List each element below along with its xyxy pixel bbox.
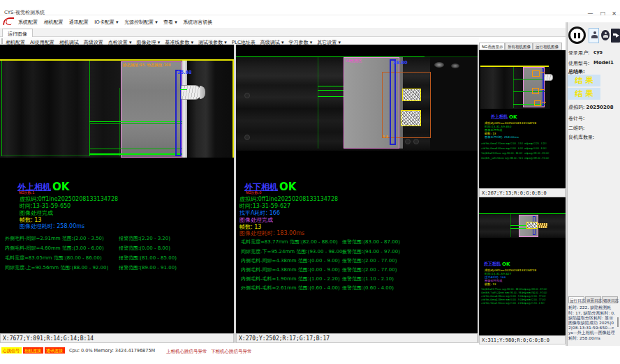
alarm-range: 报警范围:(2.00 - 77.00): [342, 266, 397, 273]
tab-detect-box: [401, 110, 421, 126]
measurement: 间隙宽度-上=90.56mm 范围:(88.00 - 92.00): [5, 264, 108, 271]
cpu-memory-text: Cpu: 0.0% Memory: 3424.41796875M: [69, 348, 155, 353]
tab-strip: [0, 28, 567, 37]
good-count-label: 良机库数量:: [568, 134, 594, 141]
menu-io-config[interactable]: IO卡配置 ▾: [94, 19, 118, 26]
mini-measurement: 间隙宽度-上=90.56mm 范围:(88.00 - 92.00): [481, 157, 523, 160]
tab-run-cameras[interactable]: 运行相机图像: [533, 43, 562, 50]
login-user-button[interactable]: [589, 28, 599, 43]
toolbar-grip: [1, 38, 3, 44]
log-scrollbar[interactable]: [617, 317, 619, 327]
measure-rect-mid: [390, 59, 396, 145]
clamp-part: [181, 85, 202, 100]
measurement: 毛料宽度=83.05mm 范围:(80.00 - 86.00): [5, 255, 102, 261]
alarm-range: 报警范围:(94.00 - 97.00): [342, 248, 400, 255]
virtual-code-label: 虚拟码: 20250208: [568, 104, 614, 111]
alarm-range: 报警范围:(83.00 - 87.00): [342, 238, 400, 245]
result-indicator-2: 结果: [568, 88, 600, 100]
menu-language[interactable]: 系统语言切换: [183, 19, 212, 26]
alarm-range: 报警范围:(2.20 - 3.20): [119, 235, 170, 242]
tab-all-cameras[interactable]: 所有相机图像: [505, 43, 533, 50]
mini-measurement: 内侧毛料-毛料=1.90mm 范围:(1.00 - 2.20): [481, 302, 523, 305]
qr-code-label: 二维码:: [568, 125, 584, 132]
roi-rect-left: [121, 61, 182, 158]
measurement: 内侧毛料-毛料=1.90mm 范围:(1.00 - 2.20): [241, 275, 340, 282]
login-user-value: cys: [593, 50, 603, 55]
measurement: 外侧毛料-毛料=2.61mm 范围:(0.60 - 4.00): [241, 285, 340, 291]
mini-measurement: 内侧毛料-间隙=4.38mm 范围:(0.00 - 9.00): [481, 298, 523, 301]
menu-view[interactable]: 查看 ▾: [163, 19, 177, 26]
mini-alarm: 报警范围:(83.00 - 87.00): [522, 288, 564, 291]
ng-note-left: NG次数:1: [19, 190, 34, 195]
alarm-range: 报警范围:(0.60 - 4.00): [342, 285, 394, 291]
mini-info-line: 图像处理耗时: 258.00ms: [485, 135, 519, 139]
mini-measurement: 内侧毛料-间隙=4.38mm 范围:(0.00 - 9.00): [481, 295, 523, 298]
app-logo-icon: [3, 17, 14, 26]
alarm-range: 报警范围:(2.00 - 77.00): [342, 257, 397, 264]
camera-connect-badge: 相机连接: [23, 347, 43, 354]
measure-rect-left: [175, 70, 182, 156]
needle-no-label: 卷针号:: [568, 115, 584, 122]
menu-comm-config[interactable]: 通讯配置: [69, 19, 89, 26]
mini-measurement: 内侧毛料-间隙=4.60mm 范围:(3.00 - 6.00): [481, 147, 523, 150]
measurement: 内侧毛料-间隙=4.38mm 范围:(0.00 - 9.00): [241, 266, 340, 273]
lower-camera-alert: 下相机心跳信号异常: [211, 348, 252, 354]
mini-alarm: 报警范围:(81.00 - 85.00): [524, 152, 566, 155]
app-window: CYS-视觉检测系统 — □ ✕ 系统配置 相机配置 通讯配置 IO卡配置 ▾ …: [0, 0, 620, 364]
measurement: 内侧毛料-间隙=4.38mm 范围:(0.00 - 9.00): [241, 257, 340, 264]
heartbeat-badge: 心跳信号: [1, 347, 22, 354]
menu-system-config[interactable]: 系统配置: [18, 19, 38, 26]
measurement: 外侧毛料-间隙=2.91mm 范围:(2.00 - 3.50): [5, 235, 104, 242]
title-bar: [0, 0, 620, 15]
camera-image-mid[interactable]: AI检测区 28.80 5.8: [236, 56, 478, 151]
pixel-status-mid: X:270;Y:2502;R:17;G:17;B:17: [236, 333, 478, 343]
model-label: 使用型号:: [568, 60, 589, 67]
measurement: 间隙宽度-下=95.24mm 范围:(93.00 - 98.00): [241, 248, 344, 255]
orange-value-mid: 5.8: [383, 135, 388, 139]
alarm-range: 报警范围:(1.10 - 2.10): [342, 275, 394, 282]
info-line: 图像处理耗时: 258.00ms: [20, 222, 84, 230]
tab-settings-log[interactable]: 设置日志: [585, 296, 601, 303]
mini-alarm: 报警范围:(94.00 - 97.00): [522, 291, 564, 294]
tab-error-log[interactable]: 错误日志: [602, 296, 618, 303]
mini-measurement: 毛料宽度=83.05mm 范围:(80.00 - 86.00): [481, 152, 523, 155]
mini-alarm: 报警范围:(2.00 - 77.00): [522, 295, 564, 298]
result-indicator-1: 结果: [568, 75, 600, 86]
tab-run-log[interactable]: 运行日志: [568, 296, 584, 303]
pause-button[interactable]: [568, 26, 586, 44]
alarm-range: 报警范围:(0.00 - 8.00): [119, 245, 170, 252]
pixel-status-mini-b: X:311;Y:980;R:0;G:0;B:0: [479, 335, 566, 344]
tab-ng-display[interactable]: NG画面显示: [479, 43, 505, 50]
user-profile-button[interactable]: [601, 30, 610, 40]
measurement: 内侧毛料-间隙=4.60mm 范围:(3.00 - 6.00): [5, 245, 104, 252]
menu-camera-config[interactable]: 相机配置: [43, 19, 63, 26]
camera-image-left[interactable]: 静态阈值:93, 动态阈值:100 25.68: [0, 59, 234, 158]
mini-image-a[interactable]: [479, 66, 566, 109]
logout-button[interactable]: [611, 29, 620, 43]
mini-measurement: 外侧毛料-间隙=2.91mm 范围:(2.00 - 3.50): [481, 142, 523, 145]
mini-alarm: 报警范围:(2.00 - 77.00): [522, 298, 564, 301]
mini-alarm: 报警范围:(1.10 - 2.10): [522, 302, 564, 305]
mini-alarm: 报警范围:(89.00 - 91.00): [524, 157, 566, 160]
menu-items: 系统配置 相机配置 通讯配置 IO卡配置 ▾ 光源控制配置 ▾ 查看 ▾ 系统语…: [18, 19, 212, 26]
mini-image-b[interactable]: [479, 213, 566, 238]
login-user-label: 登录用户:: [568, 50, 589, 56]
model-value: Model1: [593, 60, 614, 66]
threshold-label: 静态阈值:93, 动态阈值:100: [123, 62, 171, 68]
tab-run-image[interactable]: 运行图像: [2, 29, 33, 37]
pixel-status-left: X:7677;Y:891;R:14;G:14;B:14: [0, 333, 234, 343]
mini-info-line: 帧数: 13: [485, 282, 496, 287]
pixel-status-mini-a: X:267;Y:13;R:0;G:0;B:0: [479, 188, 566, 197]
alarm-range: 报警范围:(81.00 - 85.00): [119, 255, 177, 261]
alarm-range: 报警范围:(89.00 - 91.00): [119, 264, 177, 271]
comm-connect-badge: 通讯连接: [45, 347, 65, 354]
mini-measurement: 间隙宽度-下=95.24mm 范围:(93.00 - 98.00): [481, 291, 523, 294]
mini-measurement: 毛料宽度=83.77mm 范围:(82.00 - 88.00): [481, 288, 523, 291]
upper-camera-alert: 上相机心跳信号异常: [166, 348, 207, 354]
ai-area-label: AI检测区: [346, 58, 362, 63]
menu-light-config[interactable]: 光源控制配置 ▾: [124, 19, 158, 26]
mini-alarm: 报警范围:(0.00 - 8.00): [524, 147, 566, 150]
measurement: 毛料宽度=83.77mm 范围:(82.00 - 88.00): [241, 238, 338, 245]
mini-alarm: 报警范围:(2.20 - 3.20): [524, 142, 566, 145]
blue-value-left: 25.68: [177, 70, 192, 75]
